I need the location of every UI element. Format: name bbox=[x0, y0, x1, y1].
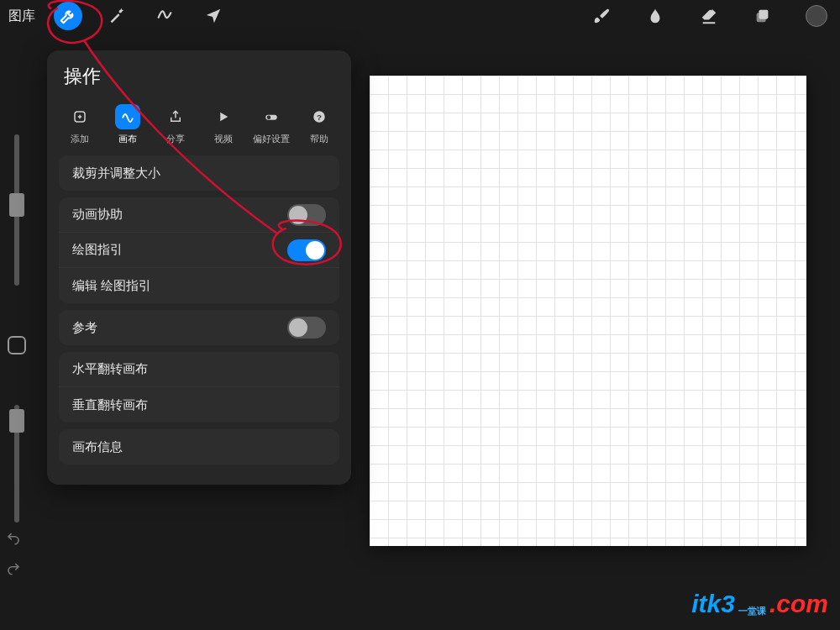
row-edit-drawing-guide[interactable]: 编辑 绘图指引 bbox=[59, 268, 339, 303]
toggle-reference[interactable] bbox=[287, 317, 326, 339]
actions-panel: 操作 添加 画布 分享 视频 偏好设置 ? 帮助 裁剪并调整大小 bbox=[47, 50, 351, 485]
color-picker[interactable] bbox=[801, 1, 832, 31]
wand-icon[interactable] bbox=[101, 1, 131, 31]
opacity-slider[interactable] bbox=[14, 405, 19, 522]
watermark-cn: 一堂课 bbox=[738, 606, 766, 616]
row-crop-label: 裁剪并调整大小 bbox=[72, 165, 160, 181]
watermark-brand: itk3 bbox=[691, 590, 735, 618]
color-swatch-icon bbox=[806, 5, 827, 27]
selection-icon[interactable] bbox=[150, 1, 180, 31]
panel-tabs: 添加 画布 分享 视频 偏好设置 ? 帮助 bbox=[47, 99, 351, 155]
tab-share[interactable]: 分享 bbox=[153, 104, 198, 145]
undo-button[interactable] bbox=[4, 531, 23, 549]
tab-add-label: 添加 bbox=[71, 133, 89, 145]
tab-help-label: 帮助 bbox=[310, 133, 328, 145]
drawing-canvas[interactable] bbox=[370, 76, 806, 546]
tab-share-label: 分享 bbox=[166, 133, 185, 145]
tab-video-label: 视频 bbox=[214, 133, 233, 145]
tab-canvas[interactable]: 画布 bbox=[105, 104, 150, 145]
tab-prefs-label: 偏好设置 bbox=[253, 133, 290, 145]
modifier-button[interactable] bbox=[8, 336, 26, 354]
row-flip-v-label: 垂直翻转画布 bbox=[72, 397, 148, 413]
gallery-button[interactable]: 图库 bbox=[8, 8, 35, 25]
row-animation-assist[interactable]: 动画协助 bbox=[59, 197, 339, 233]
row-guide-edit-label: 编辑 绘图指引 bbox=[72, 278, 151, 294]
row-info-label: 画布信息 bbox=[72, 439, 123, 455]
row-flip-vertical[interactable]: 垂直翻转画布 bbox=[59, 387, 339, 423]
row-guide-label: 绘图指引 bbox=[72, 242, 123, 258]
watermark: itk3 一堂课 .com bbox=[691, 590, 828, 618]
tab-add[interactable]: 添加 bbox=[57, 104, 102, 145]
tab-help[interactable]: ? 帮助 bbox=[297, 104, 342, 145]
redo-button[interactable] bbox=[4, 561, 23, 580]
wrench-icon[interactable] bbox=[54, 2, 82, 30]
brush-size-slider[interactable] bbox=[14, 134, 19, 286]
row-reference[interactable]: 参考 bbox=[59, 310, 339, 345]
move-icon[interactable] bbox=[198, 1, 228, 31]
eraser-icon[interactable] bbox=[694, 1, 724, 31]
svg-text:?: ? bbox=[317, 113, 322, 122]
row-flip-horizontal[interactable]: 水平翻转画布 bbox=[59, 352, 339, 387]
layers-icon[interactable] bbox=[748, 1, 778, 31]
watermark-suffix: .com bbox=[769, 590, 828, 618]
toggle-drawing-guide[interactable] bbox=[287, 239, 326, 261]
brush-icon[interactable] bbox=[586, 1, 617, 31]
toggle-animation-assist[interactable] bbox=[287, 204, 326, 226]
tab-video[interactable]: 视频 bbox=[201, 104, 246, 145]
smudge-icon[interactable] bbox=[640, 1, 670, 31]
top-toolbar: 图库 bbox=[0, 0, 840, 32]
panel-title: 操作 bbox=[47, 64, 351, 99]
tab-canvas-label: 画布 bbox=[118, 133, 137, 145]
row-crop-resize[interactable]: 裁剪并调整大小 bbox=[59, 155, 339, 191]
svg-point-4 bbox=[266, 116, 270, 120]
row-reference-label: 参考 bbox=[72, 320, 97, 336]
svg-rect-1 bbox=[757, 13, 766, 22]
tab-prefs[interactable]: 偏好设置 bbox=[249, 104, 294, 145]
row-flip-h-label: 水平翻转画布 bbox=[72, 361, 148, 377]
row-anim-label: 动画协助 bbox=[72, 207, 123, 223]
row-canvas-info[interactable]: 画布信息 bbox=[59, 429, 339, 465]
row-drawing-guide[interactable]: 绘图指引 bbox=[59, 233, 339, 268]
